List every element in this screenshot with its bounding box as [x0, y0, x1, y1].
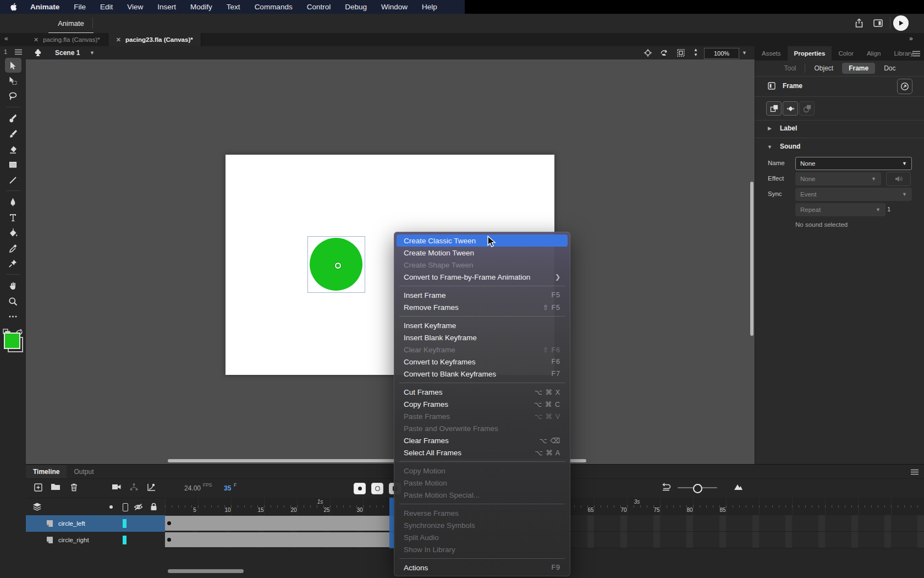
hand-tool[interactable] [5, 278, 21, 293]
edit-sound-envelope-button[interactable] [886, 172, 911, 186]
properties-subtab-doc[interactable]: Doc [877, 63, 902, 74]
timeline-menu-icon[interactable] [911, 469, 919, 475]
share-icon[interactable] [854, 18, 864, 28]
clip-content-icon[interactable] [676, 48, 685, 57]
vertical-scrollbar[interactable] [750, 182, 754, 336]
classic-brush-tool[interactable] [5, 126, 21, 141]
fps-value[interactable]: 24.00 [184, 484, 201, 492]
highlight-column-icon[interactable] [109, 505, 113, 509]
panel-menu-icon[interactable] [912, 51, 920, 57]
scene-dropdown-icon[interactable]: ▼ [90, 50, 95, 56]
menu-item-copy-frames[interactable]: Copy Frames⌥ ⌘ C [397, 398, 568, 410]
zoom-stepper[interactable]: ▲▼ [694, 47, 698, 57]
hide-layers-icon[interactable] [134, 503, 143, 511]
label-section-chevron-icon[interactable]: ▶ [768, 126, 772, 131]
timeline-tab-timeline[interactable]: Timeline [26, 465, 67, 478]
menu-item-insert-blank-keyframe[interactable]: Insert Blank Keyframe [397, 331, 568, 343]
outline-column-icon[interactable] [123, 503, 128, 511]
menubar-item-modify[interactable]: Modify [183, 3, 219, 11]
text-tool[interactable] [5, 210, 21, 225]
document-tab[interactable]: ✕pacing.fla (Canvas)* [26, 33, 108, 46]
line-tool[interactable] [5, 172, 21, 187]
menubar-item-insert[interactable]: Insert [150, 3, 183, 11]
panel-overflow-icon[interactable]: » [909, 35, 913, 42]
stage-shape-circle[interactable] [310, 238, 362, 291]
document-tab[interactable]: ✕pacing23.fla (Canvas)* [108, 33, 201, 46]
label-section-title[interactable]: Label [780, 124, 797, 132]
frame-span[interactable] [165, 516, 394, 531]
selection-bounding-box[interactable] [307, 236, 365, 293]
create-classic-tween-button[interactable] [783, 101, 798, 116]
canvas-pasteboard[interactable] [26, 59, 755, 464]
zoom-level-input[interactable]: 100% [704, 48, 739, 59]
close-tab-icon[interactable]: ✕ [34, 36, 38, 43]
menu-item-actions[interactable]: ActionsF9 [397, 561, 568, 574]
collapse-tools-icon[interactable]: « [4, 35, 8, 42]
timeline-horizontal-scrollbar[interactable] [168, 569, 244, 573]
layer-parenting-icon[interactable] [129, 483, 139, 492]
menu-item-convert-to-frame-by-frame-animation[interactable]: Convert to Frame-by-Frame Animation❯ [397, 271, 568, 283]
rotate-view-icon[interactable] [659, 48, 668, 57]
timeline-zoom-slider[interactable] [678, 487, 717, 488]
menu-item-remove-frames[interactable]: Remove Frames⇧ F5 [397, 301, 568, 313]
slider-knob[interactable] [693, 484, 702, 493]
show-graph-icon[interactable] [147, 483, 156, 492]
fluid-brush-tool[interactable] [5, 111, 21, 126]
test-movie-button[interactable] [893, 15, 909, 31]
tools-panel-menu-icon[interactable] [15, 49, 22, 55]
lasso-tool[interactable] [5, 89, 21, 103]
new-folder-icon[interactable] [51, 483, 61, 491]
sound-name-select[interactable]: None▼ [795, 157, 912, 170]
panel-tab-assets[interactable]: Assets [755, 46, 788, 61]
sound-repeat-select[interactable]: Repeat▼ [795, 203, 886, 216]
eyedropper-tool[interactable] [5, 241, 21, 255]
menubar-item-commands[interactable]: Commands [248, 3, 300, 11]
menubar-item-text[interactable]: Text [219, 3, 248, 11]
scene-breadcrumb[interactable]: Scene 1 [55, 49, 80, 57]
menu-item-convert-to-blank-keyframes[interactable]: Convert to Blank KeyframesF7 [397, 368, 568, 380]
panel-tab-align[interactable]: Align [860, 46, 888, 61]
fill-color-swatch[interactable] [4, 332, 20, 349]
lock-layers-icon[interactable] [150, 503, 157, 511]
paint-bucket-tool[interactable] [5, 225, 21, 240]
panel-layout-icon[interactable] [873, 18, 883, 28]
menubar-item-animate[interactable]: Animate [23, 3, 67, 11]
panel-tab-color[interactable]: Color [832, 46, 860, 61]
delete-icon[interactable] [70, 483, 78, 492]
camera-icon[interactable] [112, 483, 122, 491]
menubar-item-help[interactable]: Help [415, 3, 444, 11]
menubar-item-edit[interactable]: Edit [93, 3, 120, 11]
zoom-dropdown-icon[interactable]: ▼ [742, 50, 747, 56]
menubar-item-view[interactable]: View [120, 3, 150, 11]
properties-subtab-object[interactable]: Object [807, 63, 840, 74]
sound-sync-select[interactable]: Event▼ [795, 188, 912, 201]
menubar-item-debug[interactable]: Debug [338, 3, 374, 11]
menu-item-create-classic-tween[interactable]: Create Classic Tween [397, 235, 568, 247]
sound-effect-select[interactable]: None▼ [795, 172, 881, 186]
sound-section-chevron-icon[interactable]: ▼ [767, 144, 772, 150]
onion-skin-button[interactable] [354, 483, 366, 494]
insert-frame-icon[interactable] [34, 483, 43, 492]
frame-span[interactable] [165, 532, 394, 547]
subselection-tool[interactable] [5, 73, 21, 88]
create-motion-tween-button[interactable] [766, 101, 782, 116]
menubar-item-window[interactable]: Window [374, 3, 415, 11]
properties-subtab-frame[interactable]: Frame [842, 63, 875, 74]
menu-item-create-motion-tween[interactable]: Create Motion Tween [397, 247, 568, 259]
expand-panel-button[interactable] [897, 79, 912, 94]
workspace-tab-animate[interactable]: Animate [48, 14, 94, 34]
menubar-item-control[interactable]: Control [300, 3, 338, 11]
asset-warp-tool[interactable] [5, 256, 21, 271]
onion-skin-outline-button[interactable] [371, 483, 383, 494]
more-tools[interactable] [5, 309, 21, 324]
properties-subtab-tool[interactable]: Tool [777, 63, 802, 74]
zoom-tool[interactable] [5, 293, 21, 308]
menubar-item-file[interactable]: File [67, 3, 93, 11]
apple-menu-icon[interactable] [10, 3, 18, 11]
layer-row-circle_right[interactable]: circle_right [26, 532, 165, 548]
sound-section-title[interactable]: Sound [780, 143, 800, 150]
menu-item-clear-frames[interactable]: Clear Frames⌥ ⌫ [397, 434, 568, 446]
create-shape-tween-button[interactable] [799, 101, 815, 116]
menu-item-convert-to-keyframes[interactable]: Convert to KeyframesF6 [397, 356, 568, 368]
close-tab-icon[interactable]: ✕ [116, 36, 121, 43]
